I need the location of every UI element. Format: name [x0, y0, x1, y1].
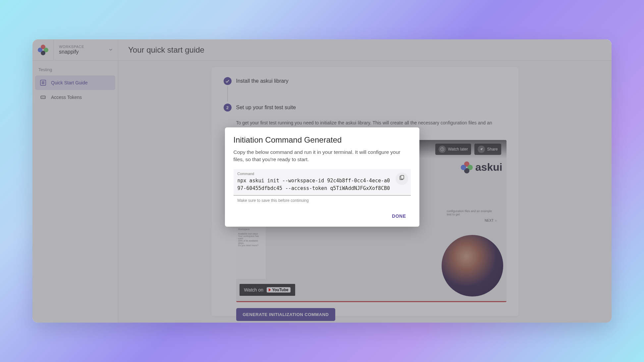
init-command-modal: Initiation Command Generated Copy the be…	[225, 127, 419, 227]
copy-icon	[399, 175, 405, 182]
modal-description: Copy the below command and run it in you…	[234, 149, 411, 163]
modal-actions: DONE	[234, 210, 411, 222]
command-text[interactable]: npx askui init --workspace-id 92c4b8ff-0…	[238, 177, 407, 192]
app-window: WORKSPACE snappify Your quick start guid…	[32, 39, 612, 323]
helper-text: Make sure to save this before continuing	[238, 198, 407, 203]
svg-rect-9	[401, 175, 404, 179]
command-label: Command	[238, 172, 407, 176]
modal-title: Initiation Command Generated	[234, 135, 411, 145]
done-button[interactable]: DONE	[387, 210, 410, 222]
copy-button[interactable]	[396, 172, 408, 185]
modal-overlay[interactable]: Initiation Command Generated Copy the be…	[32, 39, 612, 323]
command-box: Command npx askui init --workspace-id 92…	[234, 169, 411, 196]
